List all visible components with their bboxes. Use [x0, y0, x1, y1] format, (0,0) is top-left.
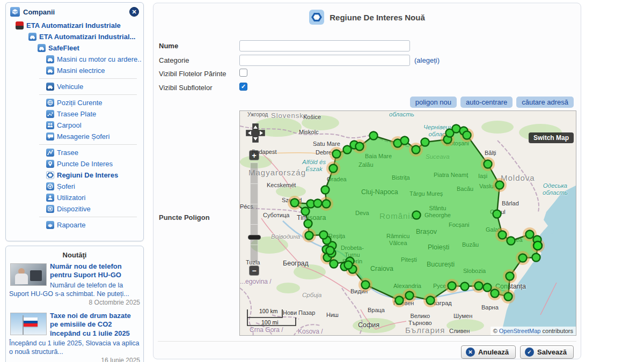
polygon-vertex[interactable]	[304, 220, 312, 228]
sidebar-item-carpool[interactable]: Carpool	[8, 120, 141, 131]
wheel-icon	[46, 182, 54, 190]
sidebar-item-masini-cu-motor[interactable]: Masini cu motor cu ardere...	[8, 54, 141, 65]
polygon-vertex[interactable]	[326, 247, 334, 255]
vizibil-parinte-checkbox[interactable]	[239, 69, 247, 77]
polygon-vertex[interactable]	[412, 146, 420, 154]
polygon-vertex[interactable]	[506, 272, 514, 280]
sidebar-item-rapoarte[interactable]: Rapoarte	[8, 219, 141, 231]
sidebar-item-label: Masini electrice	[57, 67, 105, 75]
news-list: Număr nou de telefon pentru Suport HU-GO…	[9, 262, 140, 362]
cautare-adresa-button[interactable]: căutare adresă	[516, 97, 574, 108]
polygon-vertex[interactable]	[314, 200, 322, 208]
news-snippet: Începând cu 1 iulie 2025, Slovacia va ap…	[9, 339, 140, 357]
polygon-vertex[interactable]	[362, 281, 370, 289]
polygon-vertex[interactable]	[504, 293, 513, 301]
region-of-interest-form: Regiune De Interes Nouă Nume Categorie (…	[153, 3, 581, 359]
polygon-vertex[interactable]	[448, 282, 456, 290]
card-header: Regiune De Interes Nouă	[153, 10, 581, 25]
sidebar-item-label: Mesagerie Șoferi	[57, 132, 109, 141]
polygon-vertex[interactable]	[427, 297, 435, 305]
fleet-icon	[38, 44, 46, 52]
polygon-vertex[interactable]	[345, 261, 353, 269]
polygon-vertex[interactable]	[323, 200, 331, 208]
sidebar-item-dispozitive[interactable]: Dispozitive	[8, 203, 141, 215]
polygon-vertex[interactable]	[370, 132, 378, 140]
map-pan-control[interactable]	[245, 123, 266, 143]
zoom-slider-handle[interactable]	[248, 235, 261, 240]
categorie-input[interactable]	[239, 55, 410, 66]
poligon-nou-button[interactable]: poligon nou	[410, 97, 457, 108]
sidebar-item-safefleet[interactable]: SafeFleet	[8, 42, 141, 54]
cancel-button[interactable]: ✕ Anulează	[461, 345, 516, 359]
vizibil-subflote-checkbox[interactable]: ✓	[239, 83, 247, 91]
news-item[interactable]: Taxe noi de drum bazate pe emisiile de C…	[9, 312, 140, 362]
polygon-vertex[interactable]	[461, 283, 469, 291]
sidebar-item-label: Dispozitive	[57, 205, 91, 213]
sidebar-item-eta-automatizari-industrial[interactable]: ETA Automatizari Industrial...	[8, 31, 141, 42]
save-button[interactable]: ✓ Salvează	[520, 345, 574, 359]
footer-buttons: ✕ Anulează ✓ Salvează	[461, 345, 574, 359]
fleet-icon	[28, 33, 36, 41]
map-canvas[interactable]: УжгородSlovenskoKošiceMiskolcBudapestMag…	[239, 110, 576, 336]
sidebar-item-soferi[interactable]: Șoferi	[8, 181, 141, 192]
zoom-out-button[interactable]: −	[249, 265, 259, 276]
polygon-vertex[interactable]	[496, 181, 504, 189]
polygon-vertex[interactable]	[356, 143, 364, 151]
news-date: 16 Iunie 2025	[9, 357, 140, 362]
polygon-vertex[interactable]	[532, 254, 540, 262]
polygon-vertex[interactable]	[421, 138, 429, 146]
news-panel-title: Noutăţi	[9, 249, 140, 262]
polygon-vertex[interactable]	[484, 284, 492, 292]
sidebar-item-label: Rapoarte	[57, 221, 85, 229]
sidebar-item-puncte-de-interes[interactable]: Puncte De Interes	[8, 158, 141, 169]
polygon-vertex[interactable]	[305, 232, 313, 240]
polygon-vertex[interactable]	[452, 125, 460, 133]
sidebar-item-trasee[interactable]: Trasee	[8, 147, 141, 158]
polygon-vertex[interactable]	[291, 199, 299, 207]
route-icon	[46, 149, 54, 157]
polygon-vertex[interactable]	[330, 260, 338, 268]
save-check-icon: ✓	[525, 348, 534, 357]
sidebar-item-eta-automatizari-industriale[interactable]: ETA Automatizari Industriale	[8, 20, 141, 31]
sidebar-item-masini-electrice[interactable]: Masini electrice	[8, 65, 141, 76]
polygon-vertex-selected[interactable]	[533, 241, 542, 250]
polygon-vertex[interactable]	[396, 297, 404, 305]
polygon-vertex[interactable]	[493, 210, 501, 218]
alegeti-link[interactable]: (alegeți)	[414, 56, 440, 64]
sidebar-item-mesagerie-soferi[interactable]: Mesagerie Șoferi	[8, 131, 141, 142]
auto-centrare-button[interactable]: auto-centrare	[460, 97, 513, 108]
close-icon[interactable]: ✕	[129, 7, 139, 17]
tree-separator	[39, 94, 137, 95]
user-icon	[46, 194, 54, 202]
sidebar-item-regiuni-de-interes[interactable]: Regiuni De Interes	[8, 169, 141, 181]
zoom-slider[interactable]	[250, 162, 258, 263]
sidebar-item-utilizatori[interactable]: Utilizatori	[8, 192, 141, 203]
polygon-vertex[interactable]	[519, 254, 527, 262]
polygon-vertex[interactable]	[484, 160, 492, 168]
polygon-vertex[interactable]	[507, 237, 515, 245]
polygon-vertex[interactable]	[406, 292, 414, 300]
polygon-vertex[interactable]	[320, 231, 328, 239]
polygon-vertex[interactable]	[499, 231, 507, 239]
sidebar-item-trasee-plate[interactable]: Trasee Plate	[8, 108, 141, 120]
page: { "icons": {"close":"✕","check":"✓","plu…	[0, 0, 644, 362]
zoom-in-button[interactable]: +	[249, 150, 259, 160]
polygon-vertex[interactable]	[463, 131, 471, 139]
openstreetmap-link[interactable]: OpenStreetMap	[499, 328, 541, 334]
nume-input[interactable]	[239, 40, 410, 51]
polygon-vertex[interactable]	[330, 165, 338, 173]
polygon-vertex[interactable]	[491, 290, 499, 298]
polygon-vertex[interactable]	[413, 211, 421, 219]
polygon-vertex[interactable]	[302, 208, 310, 216]
sidebar-item-pozitii-curente[interactable]: Poziții Curente	[8, 97, 141, 108]
switch-map-button[interactable]: Switch Map	[529, 132, 574, 143]
map-attribution: © OpenStreetMap contributors	[491, 327, 576, 335]
polygon-vertex[interactable]	[321, 186, 330, 194]
sidebar-item-vehicule[interactable]: Vehicule	[8, 81, 141, 92]
polygon-vertex[interactable]	[526, 231, 534, 239]
polygon-vertex[interactable]	[401, 137, 409, 145]
polygon-vertex[interactable]	[475, 282, 483, 290]
news-item[interactable]: Număr nou de telefon pentru Suport HU-GO…	[9, 262, 140, 306]
polygon-vertex[interactable]	[333, 150, 341, 158]
globe-icon	[46, 99, 54, 107]
